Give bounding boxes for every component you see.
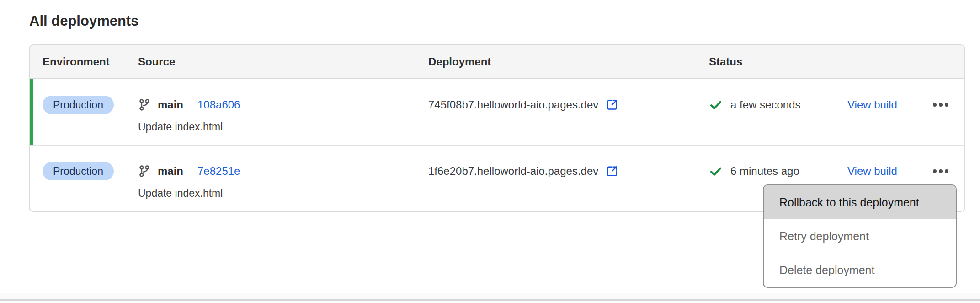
environment-cell: Production [30,162,138,211]
git-branch-icon [138,98,151,111]
view-build-link[interactable]: View build [847,98,897,111]
column-header-environment: Environment [30,55,138,68]
environment-cell: Production [30,96,138,145]
current-deployment-indicator [30,79,33,145]
section-divider [0,299,980,301]
source-cell: main 108a606 Update index.html [138,96,428,145]
ellipsis-icon [945,103,948,107]
commit-message: Update index.html [138,121,428,133]
environment-badge: Production [43,162,114,180]
status-cell: 6 minutes ago View build [707,162,964,180]
column-header-source: Source [138,55,428,68]
check-icon [709,164,723,178]
ellipsis-icon [939,103,943,107]
column-header-deployment: Deployment [428,55,707,68]
ellipsis-icon [939,169,943,173]
environment-badge: Production [43,96,114,114]
menu-item-retry[interactable]: Retry deployment [764,219,956,253]
status-time: 6 minutes ago [730,165,799,178]
table-header: Environment Source Deployment Status [30,45,964,79]
ellipsis-icon [945,169,948,173]
deployment-actions-menu: Rollback to this deployment Retry deploy… [763,184,957,288]
section-divider-band [0,293,980,299]
deployment-cell: 745f08b7.helloworld-aio.pages.dev [428,96,707,145]
status-time: a few seconds [730,98,800,111]
deployment-url: 745f08b7.helloworld-aio.pages.dev [428,98,598,111]
more-actions-button[interactable] [933,167,948,176]
table-row: Production main 108a606 Update index.htm… [30,79,964,145]
more-actions-button[interactable] [933,100,948,109]
external-link-icon[interactable] [605,97,619,112]
deployment-url: 1f6e20b7.helloworld-aio.pages.dev [428,165,598,178]
commit-link[interactable]: 7e8251e [197,165,240,178]
external-link-icon[interactable] [605,164,619,179]
commit-link[interactable]: 108a606 [197,98,240,111]
branch-name: main [158,165,183,178]
deployments-page: All deployments Environment Source Deplo… [0,0,980,303]
menu-item-delete[interactable]: Delete deployment [764,253,956,287]
ellipsis-icon [933,103,937,107]
commit-message: Update index.html [138,187,428,200]
source-cell: main 7e8251e Update index.html [138,162,428,211]
status-cell: a few seconds View build [707,96,964,114]
page-title: All deployments [29,13,138,29]
column-header-status: Status [707,55,964,68]
check-icon [709,98,723,112]
menu-item-rollback[interactable]: Rollback to this deployment [764,185,956,219]
deployment-cell: 1f6e20b7.helloworld-aio.pages.dev [428,162,707,211]
branch-name: main [158,98,183,111]
ellipsis-icon [933,169,937,173]
git-branch-icon [138,165,151,178]
view-build-link[interactable]: View build [847,165,897,178]
